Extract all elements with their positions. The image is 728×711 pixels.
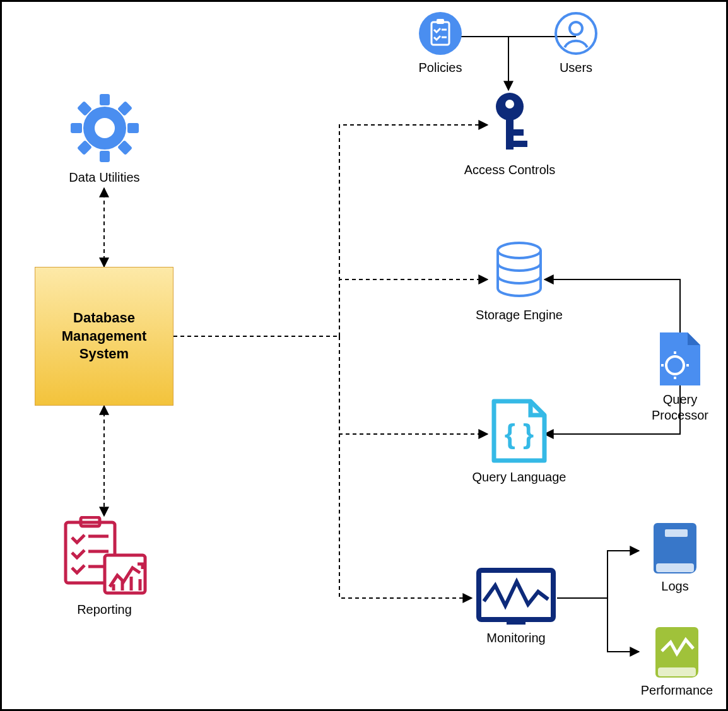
node-performance: Performance xyxy=(633,623,721,698)
node-storage-engine: Storage Engine xyxy=(466,240,573,323)
svg-point-25 xyxy=(505,100,514,109)
dbms-label: Database Management System xyxy=(62,309,146,363)
node-users: Users xyxy=(538,11,614,76)
svg-rect-18 xyxy=(127,123,139,133)
storage-engine-label: Storage Engine xyxy=(466,307,573,323)
node-monitoring: Monitoring xyxy=(472,567,560,646)
svg-text:{ }: { } xyxy=(505,418,534,449)
access-controls-label: Access Controls xyxy=(456,162,563,178)
query-language-label: Query Language xyxy=(462,469,576,485)
storage-engine-icon xyxy=(466,240,573,303)
svg-rect-49 xyxy=(665,529,688,537)
data-utilities-label: Data Utilities xyxy=(56,170,153,185)
node-dbms: Database Management System xyxy=(35,267,173,406)
monitoring-icon xyxy=(472,567,560,626)
svg-point-7 xyxy=(419,12,462,55)
svg-rect-48 xyxy=(656,563,694,572)
svg-rect-27 xyxy=(514,129,524,136)
node-data-utilities: Data Utilities xyxy=(56,90,153,185)
monitoring-label: Monitoring xyxy=(472,630,560,646)
node-access-controls: Access Controls xyxy=(456,89,563,178)
svg-rect-28 xyxy=(514,141,527,147)
svg-rect-16 xyxy=(100,151,110,162)
node-logs: Logs xyxy=(640,519,710,594)
logs-label: Logs xyxy=(640,579,710,594)
diagram-canvas: Policies Users xyxy=(0,0,728,711)
users-label: Users xyxy=(538,60,614,76)
svg-point-29 xyxy=(498,243,541,258)
svg-rect-26 xyxy=(506,118,514,150)
users-icon xyxy=(538,11,614,56)
svg-rect-9 xyxy=(437,19,444,24)
svg-rect-17 xyxy=(71,123,82,133)
svg-point-23 xyxy=(95,118,115,138)
node-query-processor: Query Processor xyxy=(639,330,721,423)
node-policies: Policies xyxy=(399,11,481,76)
reporting-label: Reporting xyxy=(56,602,153,618)
access-controls-icon xyxy=(456,89,563,158)
node-query-language: { } Query Language xyxy=(462,396,576,485)
svg-rect-47 xyxy=(507,620,525,625)
logs-icon xyxy=(640,519,710,575)
data-utilities-icon xyxy=(56,90,153,166)
query-processor-icon xyxy=(639,330,721,388)
reporting-icon xyxy=(56,516,153,598)
policies-label: Policies xyxy=(399,60,481,76)
svg-rect-15 xyxy=(100,94,110,105)
query-language-icon: { } xyxy=(462,396,576,466)
performance-icon xyxy=(633,623,721,679)
performance-label: Performance xyxy=(633,683,721,698)
node-reporting: Reporting xyxy=(56,516,153,618)
svg-point-13 xyxy=(570,22,582,35)
query-processor-label: Query Processor xyxy=(639,392,721,423)
policies-icon xyxy=(399,11,481,56)
svg-rect-50 xyxy=(658,667,696,676)
